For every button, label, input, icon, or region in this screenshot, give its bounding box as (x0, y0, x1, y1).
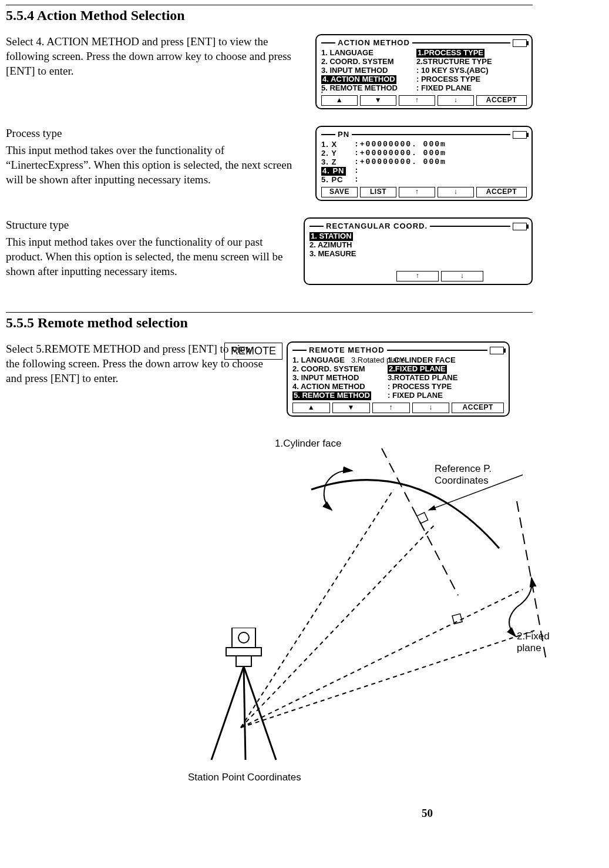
text-554-intro: Select 4. ACTION METHOD and press [ENT] … (6, 34, 305, 81)
row-555: Select 5.REMOTE METHOD and press [ENT] t… (6, 341, 533, 417)
rule-dash (292, 350, 307, 351)
softkey[interactable]: ↑ (399, 187, 435, 197)
menu-left-text: 5. REMOTE METHOD (292, 391, 371, 400)
pn-value: : (354, 167, 360, 176)
softkey-blank (353, 271, 394, 280)
menu-item: 2. AZIMUTH (309, 241, 352, 250)
scroll-down-icon: ↓ (320, 86, 324, 95)
overlay-label-rotated: 3.Rotated plane (351, 356, 405, 365)
softkey[interactable]: ↑ (399, 95, 435, 106)
pn-value: : (354, 176, 360, 185)
softkey-accept[interactable]: ACCEPT (476, 95, 527, 106)
softkey[interactable]: ▼ (332, 403, 370, 413)
softkey[interactable]: ↓ (441, 271, 483, 281)
softkey[interactable]: ↓ (412, 403, 450, 413)
menu-right: : FIXED PLANE (416, 84, 527, 93)
svg-rect-7 (452, 614, 462, 624)
rule-dash (430, 226, 510, 227)
remote-col: REMOTE REMOTE METHOD 1. LANGUAGE1.CYLIND… (275, 341, 533, 417)
pn-label: 5. PC (321, 176, 352, 185)
lcd-pn: PN 1. X:+00000000. 000m 2. Y:+00000000. … (315, 126, 533, 201)
label-fixed: 2.Fixed plane (517, 631, 550, 654)
menu-right: 1.PROCESS TYPE (416, 49, 527, 58)
menu-left: 5. REMOTE METHOD (321, 84, 415, 93)
softkey-blank (486, 271, 527, 280)
menu-left: 1. LANGUAGE (321, 49, 415, 58)
label-station: Station Point Coordinates (188, 772, 301, 783)
rule-dash (321, 42, 335, 43)
para-structure: This input method takes over the functio… (6, 234, 293, 279)
row-structure-type: Structure type This input method takes o… (6, 217, 533, 285)
menu-right: 2.FIXED PLANE (388, 365, 504, 374)
softkey[interactable]: ↑ (372, 403, 410, 413)
lcd-title: ACTION METHOD (338, 39, 410, 48)
subheading-process: Process type (6, 126, 305, 140)
menu-left: 3. INPUT METHOD (292, 374, 386, 383)
label-cylinder: 1.Cylinder face (275, 438, 341, 450)
svg-line-14 (244, 666, 276, 760)
pn-value: :+00000000. 000m (354, 158, 446, 167)
section-rule (6, 5, 533, 5)
softkey[interactable]: ▼ (360, 95, 396, 106)
svg-rect-11 (226, 648, 261, 656)
menu-left: 5. REMOTE METHOD (292, 391, 386, 400)
menu-right: 2.STRUCTURE TYPE (416, 58, 527, 66)
softkey[interactable]: ▲ (321, 95, 358, 106)
battery-icon (513, 131, 527, 139)
text-structure: Structure type This input method takes o… (6, 217, 293, 281)
lcd-title: RECTANGULAR COORD. (326, 222, 428, 231)
lcd-remote-method: REMOTE METHOD 1. LANGUAGE1.CYLINDER FACE… (287, 341, 510, 417)
menu-right-text: 1.PROCESS TYPE (416, 49, 484, 58)
rule-dash (412, 42, 510, 43)
softkey-accept[interactable]: ACCEPT (476, 187, 527, 197)
pn-value: :+00000000. 000m (354, 140, 446, 149)
rule-dash (321, 134, 335, 135)
lcd-title: PN (338, 130, 349, 139)
svg-rect-12 (236, 656, 251, 666)
figure-remote-methods: 1.Cylinder face 2.Fixed plane Reference … (6, 413, 533, 789)
menu-right: : FIXED PLANE (388, 391, 504, 400)
svg-line-13 (211, 666, 244, 760)
row-process-type: Process type This input method takes ove… (6, 126, 533, 201)
softkey-blank (309, 271, 351, 280)
page-number: 50 (6, 807, 533, 820)
menu-item: 1. STATION (309, 232, 353, 241)
rule-dash (309, 226, 324, 227)
lcd-rect-coord: RECTANGULAR COORD. 1. STATION 2. AZIMUTH… (304, 217, 533, 285)
row-554-intro: Select 4. ACTION METHOD and press [ENT] … (6, 34, 533, 109)
menu-right: : 10 KEY SYS.(ABC) (416, 66, 527, 75)
subheading-structure: Structure type (6, 217, 293, 232)
section-title-555: 5.5.5 Remote method selection (6, 315, 533, 331)
softkey[interactable]: ↓ (438, 187, 474, 197)
menu-left: 4. ACTION METHOD (321, 75, 415, 84)
softkey[interactable]: ↓ (438, 95, 474, 106)
pn-label: 1. X (321, 140, 352, 149)
softkey[interactable]: ↑ (396, 271, 439, 281)
menu-lines: 1. LANGUAGE1.PROCESS TYPE 2. COORD. SYST… (321, 49, 527, 93)
menu-right: 3.ROTATED PLANE (388, 374, 504, 383)
softkey-row: ▲ ▼ ↑ ↓ ACCEPT (321, 95, 527, 106)
menu-right-text: 2.FIXED PLANE (388, 365, 447, 374)
section-rule (6, 312, 533, 313)
menu-right: : PROCESS TYPE (388, 383, 504, 391)
menu-left-text: 4. ACTION METHOD (321, 75, 396, 84)
battery-icon (513, 223, 527, 230)
softkey-accept[interactable]: ACCEPT (452, 403, 504, 413)
pn-label: 4. PN (321, 167, 352, 176)
softkey[interactable]: ▲ (292, 403, 330, 413)
pn-label: 2. Y (321, 149, 352, 158)
softkey-list[interactable]: LIST (360, 187, 396, 197)
scroll-down-icon: ↓ (291, 394, 295, 403)
text-process: Process type This input method takes ove… (6, 126, 305, 189)
svg-line-15 (244, 666, 245, 760)
pn-label-text: 4. PN (321, 167, 346, 176)
label-refpt: Reference P. Coordinates (435, 463, 533, 487)
rule-dash (387, 350, 487, 351)
pn-value: :+00000000. 000m (354, 149, 446, 158)
lcd-action-method: ACTION METHOD 1. LANGUAGE1.PROCESS TYPE … (315, 34, 533, 109)
softkey-save[interactable]: SAVE (321, 187, 358, 197)
battery-icon (490, 347, 504, 354)
remote-box: REMOTE (224, 343, 282, 360)
rule-dash (352, 134, 510, 135)
menu-left: 2. COORD. SYSTEM (321, 58, 415, 66)
